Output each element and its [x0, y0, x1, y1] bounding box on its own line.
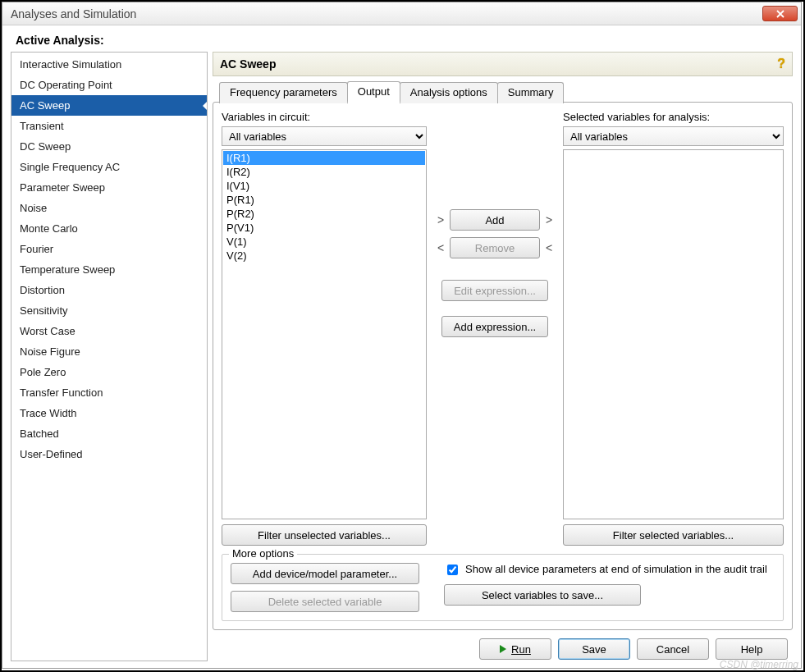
tab[interactable]: Output: [347, 81, 400, 103]
run-button-label: Run: [511, 643, 531, 656]
delete-selected-variable-button[interactable]: Delete selected variable: [231, 591, 419, 612]
sidebar-item[interactable]: Noise Figure: [11, 341, 207, 362]
panel-header: AC Sweep ?: [213, 52, 793, 76]
sidebar-item[interactable]: Worst Case: [11, 321, 207, 341]
sidebar-item[interactable]: Batched: [11, 423, 207, 444]
save-button[interactable]: Save: [558, 638, 630, 660]
active-analysis-label: Active Analysis:: [11, 29, 793, 52]
close-button[interactable]: [762, 6, 798, 21]
left-filter-combo[interactable]: All variables: [222, 126, 427, 146]
sidebar-item[interactable]: User-Defined: [11, 444, 207, 464]
selected-variables-label: Selected variables for analysis:: [563, 111, 784, 123]
sidebar-item[interactable]: DC Sweep: [11, 136, 207, 157]
tabs-row: Frequency parametersOutputAnalysis optio…: [219, 81, 793, 103]
panel-title: AC Sweep: [220, 57, 276, 71]
show-all-params-row[interactable]: Show all device parameters at end of sim…: [444, 563, 775, 578]
list-item[interactable]: P(R2): [223, 207, 425, 221]
show-all-params-label: Show all device parameters at end of sim…: [465, 563, 767, 575]
analysis-sidebar: Interactive SimulationDC Operating Point…: [11, 52, 208, 661]
list-item[interactable]: P(R1): [223, 193, 425, 207]
angle-left-icon: <: [545, 241, 553, 254]
play-icon: [500, 645, 506, 653]
dialog-footer: Run Save Cancel Help: [213, 630, 793, 661]
close-icon: [776, 10, 784, 18]
tab[interactable]: Frequency parameters: [219, 82, 348, 103]
sidebar-item[interactable]: AC Sweep: [11, 95, 207, 116]
list-item[interactable]: V(2): [223, 249, 425, 263]
sidebar-item[interactable]: DC Operating Point: [11, 75, 207, 95]
variables-in-circuit-label: Variables in circuit:: [222, 111, 427, 123]
sidebar-item[interactable]: Single Frequency AC: [11, 157, 207, 177]
cancel-button[interactable]: Cancel: [637, 638, 709, 660]
filter-selected-button[interactable]: Filter selected variables...: [563, 524, 784, 546]
tab[interactable]: Summary: [497, 82, 565, 103]
select-variables-to-save-button[interactable]: Select variables to save...: [444, 584, 641, 606]
add-button[interactable]: Add: [450, 209, 540, 231]
show-all-params-checkbox[interactable]: [447, 565, 458, 575]
list-item[interactable]: I(V1): [223, 179, 425, 193]
remove-button[interactable]: Remove: [450, 237, 540, 258]
run-button[interactable]: Run: [479, 638, 551, 660]
sidebar-item[interactable]: Transient: [11, 116, 207, 136]
list-item[interactable]: I(R1): [223, 151, 425, 165]
list-item[interactable]: P(V1): [223, 221, 425, 235]
list-item[interactable]: V(1): [223, 235, 425, 249]
sidebar-item[interactable]: Transfer Function: [11, 382, 207, 403]
help-icon[interactable]: ?: [777, 57, 785, 71]
more-options-legend: More options: [229, 547, 297, 560]
angle-left-icon: <: [437, 241, 445, 254]
right-filter-combo[interactable]: All variables: [563, 126, 784, 146]
list-item[interactable]: I(R2): [223, 165, 425, 179]
sidebar-item[interactable]: Temperature Sweep: [11, 259, 207, 280]
sidebar-item[interactable]: Noise: [11, 198, 207, 218]
sidebar-item[interactable]: Pole Zero: [11, 362, 207, 382]
angle-right-icon: >: [437, 213, 445, 226]
window-title: Analyses and Simulation: [11, 7, 762, 21]
edit-expression-button[interactable]: Edit expression...: [441, 280, 548, 301]
filter-unselected-button[interactable]: Filter unselected variables...: [222, 524, 427, 546]
sidebar-item[interactable]: Interactive Simulation: [11, 54, 207, 75]
angle-right-icon: >: [545, 213, 553, 226]
help-button[interactable]: Help: [716, 638, 788, 660]
sidebar-item[interactable]: Monte Carlo: [11, 218, 207, 239]
tab-body-output: Variables in circuit: All variables I(R1…: [213, 102, 793, 630]
watermark: CSDN @timerring: [720, 659, 798, 670]
add-device-parameter-button[interactable]: Add device/model parameter...: [231, 563, 419, 584]
sidebar-item[interactable]: Fourier: [11, 239, 207, 259]
sidebar-item[interactable]: Parameter Sweep: [11, 177, 207, 198]
selected-variables-listbox[interactable]: [563, 149, 784, 519]
sidebar-item[interactable]: Sensitivity: [11, 300, 207, 321]
tab[interactable]: Analysis options: [400, 82, 498, 103]
add-expression-button[interactable]: Add expression...: [441, 316, 548, 337]
sidebar-item[interactable]: Distortion: [11, 280, 207, 300]
variables-listbox[interactable]: I(R1)I(R2)I(V1)P(R1)P(R2)P(V1)V(1)V(2): [222, 149, 427, 519]
title-bar: Analyses and Simulation: [2, 2, 801, 25]
sidebar-item[interactable]: Trace Width: [11, 403, 207, 423]
more-options-group: More options Add device/model parameter.…: [222, 554, 784, 621]
